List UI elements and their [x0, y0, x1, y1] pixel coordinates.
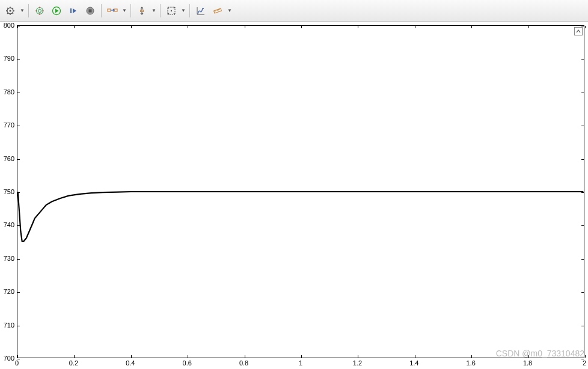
plot-container[interactable]	[17, 25, 584, 358]
scale-icon[interactable]	[134, 3, 150, 19]
maximize-icon[interactable]	[574, 27, 583, 35]
x-tick-label: 1.6	[467, 359, 476, 367]
x-tick-label: 1.2	[353, 359, 362, 367]
y-tick-label: 740	[0, 221, 14, 228]
svg-rect-16	[108, 9, 111, 11]
x-tick-label: 0.4	[126, 359, 135, 367]
svg-line-6	[7, 8, 8, 9]
plot-line	[17, 26, 584, 358]
stop-icon[interactable]	[82, 3, 98, 19]
svg-line-26	[215, 10, 216, 11]
svg-point-11	[38, 9, 41, 12]
svg-point-22	[171, 10, 172, 11]
measure-icon[interactable]	[210, 3, 225, 19]
svg-line-9	[13, 8, 14, 9]
signal-icon[interactable]	[105, 3, 120, 19]
x-axis-labels: 00.20.40.60.811.21.41.61.82	[17, 359, 584, 368]
x-tick-label: 0.8	[239, 359, 248, 367]
svg-point-10	[37, 7, 43, 14]
signal-dropdown[interactable]: ▼	[121, 8, 127, 13]
scale-dropdown[interactable]: ▼	[151, 8, 157, 13]
y-tick-label: 780	[0, 88, 14, 96]
x-tick-label: 0	[15, 359, 19, 367]
step-icon[interactable]	[66, 3, 81, 19]
cursor-icon[interactable]	[193, 3, 209, 19]
measure-dropdown[interactable]: ▼	[227, 8, 233, 13]
watermark: CSDN @m0_73310482	[496, 349, 584, 358]
target-icon[interactable]	[32, 3, 47, 19]
svg-rect-13	[70, 8, 72, 13]
svg-point-1	[9, 10, 11, 11]
x-tick-label: 1.8	[523, 359, 532, 367]
y-tick-label: 770	[0, 121, 14, 129]
zoom-dropdown[interactable]: ▼	[180, 8, 186, 13]
y-tick-label: 730	[0, 255, 14, 262]
y-tick-label: 800	[0, 22, 14, 29]
toolbar: ▼ ▼ ▼ ▼ ▼	[0, 0, 588, 22]
x-tick-label: 0.2	[69, 359, 78, 367]
x-tick-label: 1.4	[409, 359, 418, 367]
separator	[160, 4, 161, 17]
gear-dropdown[interactable]: ▼	[19, 8, 25, 13]
zoom-icon[interactable]	[164, 3, 179, 19]
separator	[101, 4, 102, 17]
svg-line-30	[219, 8, 220, 10]
y-tick-label: 710	[0, 322, 14, 329]
svg-line-28	[217, 10, 218, 11]
y-axis-labels: 700710720730740750760770780790800	[0, 25, 16, 358]
separator	[130, 4, 131, 17]
y-tick-label: 760	[0, 155, 14, 162]
gear-icon[interactable]	[2, 3, 18, 19]
svg-rect-15	[89, 9, 92, 12]
svg-line-27	[216, 10, 216, 11]
x-tick-label: 1	[299, 359, 302, 367]
run-icon[interactable]	[49, 3, 64, 19]
separator	[28, 4, 29, 17]
svg-line-29	[218, 9, 219, 10]
chart-area: 700710720730740750760770780790800 00.20.…	[0, 22, 588, 369]
y-tick-label: 700	[0, 355, 14, 362]
y-tick-label: 750	[0, 188, 14, 195]
separator	[189, 4, 190, 17]
x-tick-label: 2	[583, 359, 586, 367]
svg-line-8	[7, 13, 8, 14]
x-tick-label: 0.6	[183, 359, 192, 367]
y-tick-label: 790	[0, 55, 14, 62]
svg-line-7	[13, 13, 14, 14]
y-tick-label: 720	[0, 288, 14, 295]
